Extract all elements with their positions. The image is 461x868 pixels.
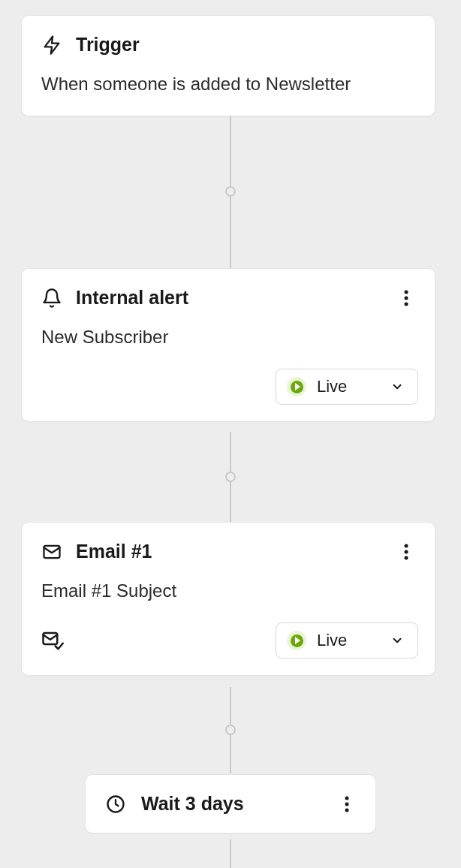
email-designed-icon	[38, 629, 64, 652]
live-status-icon	[287, 631, 306, 650]
email-card[interactable]: Email #1 Email #1 Subject	[21, 522, 435, 676]
connector-add-dot[interactable]	[225, 725, 236, 735]
card-title: Trigger	[76, 34, 140, 56]
status-label: Live	[317, 631, 380, 650]
connector-line	[230, 839, 231, 868]
more-menu-button[interactable]	[397, 289, 415, 307]
internal-alert-card[interactable]: Internal alert New Subscriber Live	[21, 268, 435, 422]
alert-description: New Subscriber	[22, 309, 435, 369]
mail-icon	[41, 541, 62, 562]
card-footer: Live	[22, 369, 435, 421]
more-menu-button[interactable]	[338, 795, 356, 813]
svg-point-0	[405, 290, 408, 294]
svg-point-9	[345, 796, 349, 800]
card-header: Trigger	[22, 16, 435, 56]
card-inner: Wait 3 days	[86, 775, 375, 833]
wait-label: Wait 3 days	[141, 793, 244, 815]
status-select[interactable]: Live	[276, 369, 418, 405]
more-menu-button[interactable]	[397, 543, 415, 561]
card-header: Internal alert	[22, 269, 435, 309]
chevron-down-icon	[390, 380, 404, 393]
kebab-icon	[404, 543, 408, 561]
connector-add-dot[interactable]	[225, 472, 236, 482]
svg-point-6	[405, 556, 408, 559]
connector-add-dot[interactable]	[225, 186, 236, 197]
svg-point-1	[405, 296, 408, 300]
live-status-icon	[287, 377, 306, 396]
card-header: Email #1	[22, 523, 435, 562]
card-title: Email #1	[76, 541, 152, 562]
status-select[interactable]: Live	[276, 622, 418, 659]
lightning-icon	[41, 35, 62, 56]
email-subject: Email #1 Subject	[22, 562, 435, 622]
clock-icon	[105, 794, 126, 815]
svg-point-11	[345, 808, 349, 812]
automation-flow-canvas: Trigger When someone is added to Newslet…	[0, 0, 461, 868]
trigger-card[interactable]: Trigger When someone is added to Newslet…	[21, 15, 435, 116]
status-label: Live	[317, 377, 380, 396]
card-footer: Live	[22, 622, 435, 675]
svg-point-10	[345, 802, 349, 806]
wait-card[interactable]: Wait 3 days	[85, 774, 376, 833]
kebab-icon	[345, 795, 349, 813]
svg-point-5	[405, 550, 408, 553]
svg-point-2	[405, 302, 408, 306]
card-title: Internal alert	[76, 287, 188, 309]
bell-icon	[41, 288, 62, 309]
trigger-description: When someone is added to Newsletter	[22, 56, 435, 116]
kebab-icon	[404, 289, 408, 307]
chevron-down-icon	[390, 634, 404, 647]
svg-point-4	[405, 544, 408, 547]
